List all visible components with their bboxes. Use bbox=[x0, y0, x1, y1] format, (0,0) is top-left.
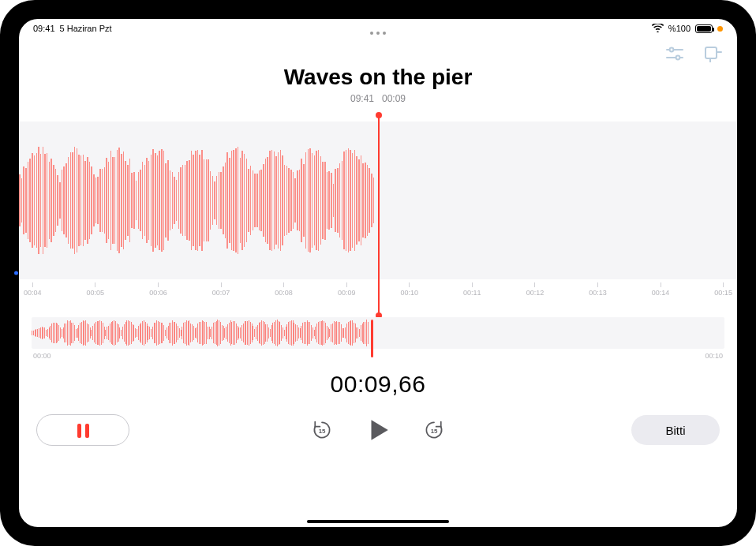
mic-in-use-indicator bbox=[717, 26, 723, 32]
svg-point-3 bbox=[676, 56, 680, 60]
waveform-overview-bars bbox=[32, 317, 371, 349]
ruler-tick: 00:14 bbox=[652, 282, 670, 303]
status-time: 09:41 bbox=[33, 24, 55, 33]
status-date: 5 Haziran Pzt bbox=[60, 24, 112, 33]
device-frame: 09:41 5 Haziran Pzt %100 bbox=[0, 0, 756, 546]
side-indicator-dot bbox=[14, 271, 18, 275]
ruler-tick: 00:10 bbox=[400, 282, 418, 303]
battery-percent: %100 bbox=[668, 24, 691, 33]
overview-end-time: 00:10 bbox=[705, 352, 723, 360]
recording-meta-time: 09:41 bbox=[350, 93, 374, 104]
ruler-tick: 00:05 bbox=[87, 282, 105, 303]
pause-button[interactable] bbox=[36, 414, 129, 446]
done-button[interactable]: Bitti bbox=[631, 415, 720, 445]
time-ruler: 00:0400:0500:0600:0700:0800:0900:1000:11… bbox=[19, 282, 737, 303]
waveform-large[interactable]: 00:0400:0500:0600:0700:0800:0900:1000:11… bbox=[19, 122, 737, 303]
playback-controls: 15 15 Bitti bbox=[19, 412, 737, 448]
pause-icon bbox=[77, 424, 89, 438]
screen: 09:41 5 Haziran Pzt %100 bbox=[19, 19, 737, 527]
ruler-tick: 00:08 bbox=[275, 282, 293, 303]
title-block: Waves on the pier 09:41 00:09 bbox=[19, 65, 737, 104]
playhead-overview[interactable] bbox=[371, 320, 373, 357]
ruler-tick: 00:09 bbox=[338, 282, 356, 303]
svg-rect-4 bbox=[705, 47, 717, 58]
home-indicator[interactable] bbox=[307, 520, 449, 523]
svg-text:15: 15 bbox=[319, 428, 326, 435]
ruler-tick: 00:15 bbox=[714, 282, 732, 303]
wifi-icon bbox=[652, 24, 664, 34]
recording-title[interactable]: Waves on the pier bbox=[19, 65, 737, 90]
play-button[interactable] bbox=[365, 417, 391, 443]
multitask-dots[interactable] bbox=[370, 32, 386, 35]
waveform-overview[interactable]: 00:00 00:10 bbox=[32, 317, 724, 360]
svg-text:15: 15 bbox=[431, 428, 438, 435]
ruler-tick: 00:11 bbox=[463, 282, 481, 303]
recording-meta-duration: 00:09 bbox=[382, 93, 406, 104]
playback-settings-button[interactable] bbox=[664, 43, 685, 64]
ruler-tick: 00:13 bbox=[589, 282, 607, 303]
current-time-display: 00:09,66 bbox=[19, 371, 737, 398]
ruler-tick: 00:07 bbox=[212, 282, 230, 303]
trim-button[interactable] bbox=[702, 43, 723, 64]
skip-forward-15-button[interactable]: 15 bbox=[423, 419, 445, 441]
skip-back-15-button[interactable]: 15 bbox=[311, 419, 333, 441]
battery-icon bbox=[695, 24, 713, 33]
svg-point-1 bbox=[670, 48, 674, 52]
status-bar: 09:41 5 Haziran Pzt %100 bbox=[19, 19, 737, 38]
ruler-tick: 00:12 bbox=[526, 282, 545, 303]
overview-start-time: 00:00 bbox=[33, 352, 51, 360]
ruler-tick: 00:04 bbox=[24, 282, 42, 303]
ruler-tick: 00:06 bbox=[149, 282, 167, 303]
